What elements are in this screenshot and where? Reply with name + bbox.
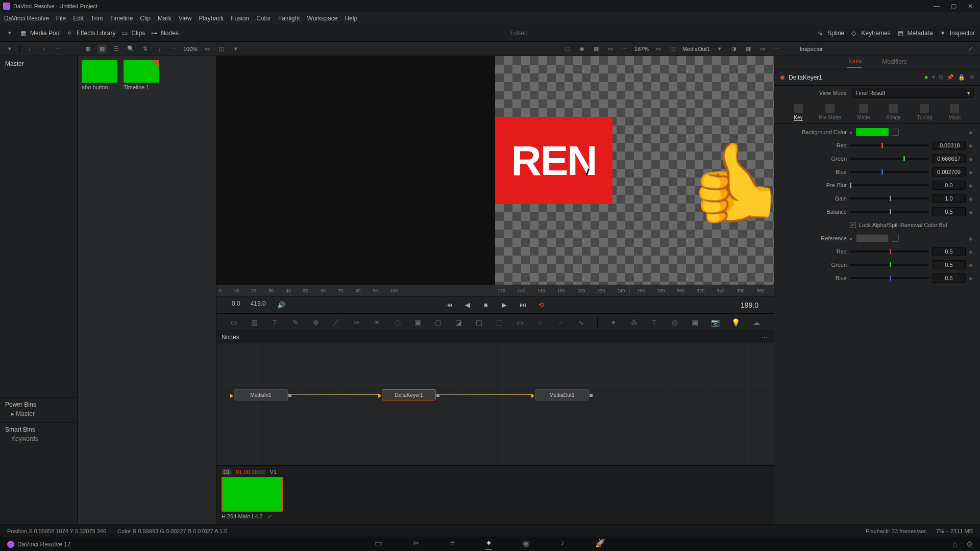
expand-icon[interactable]: ▸ <box>850 129 853 136</box>
tool-particles-icon[interactable]: ✦ <box>609 318 618 327</box>
zoom-left[interactable]: 100% <box>183 46 198 52</box>
master-bin[interactable]: Master <box>0 56 77 71</box>
view-list-icon[interactable]: ☰ <box>112 44 121 54</box>
smart-bin-keywords[interactable]: Keywords <box>5 433 72 444</box>
chevron-down-icon[interactable]: ▾ <box>231 44 240 54</box>
value-green[interactable]: 0.666617 <box>932 154 966 163</box>
tool-bg-icon[interactable]: ▭ <box>230 318 239 327</box>
node-chevron-icon[interactable]: ▾ <box>932 74 935 81</box>
menu-fairlight[interactable]: Fairlight <box>278 15 300 22</box>
page-color-icon[interactable]: ◉ <box>523 538 530 550</box>
node-out-port[interactable] <box>288 394 291 397</box>
tool-matte-icon[interactable]: ▢ <box>434 318 443 327</box>
menu-fusion[interactable]: Fusion <box>231 15 249 22</box>
view-thumb-icon[interactable]: ▦ <box>83 44 92 54</box>
right-viewer[interactable]: REN 👍 1201401601802002202402602803003203… <box>495 56 774 296</box>
reference-swatch[interactable] <box>856 234 889 242</box>
menu-trim[interactable]: Trim <box>91 15 103 22</box>
menu-mark[interactable]: Mark <box>158 15 172 22</box>
expand-icon[interactable]: ▸ <box>850 235 853 242</box>
tool-transform-icon[interactable]: ◫ <box>475 318 484 327</box>
keyframe-icon[interactable]: ◆ <box>969 209 974 215</box>
slider-red[interactable] <box>850 144 929 146</box>
tool-pen-icon[interactable]: ✑ <box>352 318 361 327</box>
value-ref-green[interactable]: 0.5 <box>932 260 966 269</box>
tool-blur-icon[interactable]: ◌ <box>393 318 402 327</box>
nav-fwd-icon[interactable]: › <box>39 44 48 54</box>
node-out-port[interactable] <box>590 394 593 397</box>
nodes-button[interactable]: ⊶Nodes <box>151 30 179 37</box>
viewer-grid-icon[interactable]: ▦ <box>744 44 753 54</box>
page-edit-icon[interactable]: ≡ <box>450 538 455 550</box>
menu-app[interactable]: DaVinci Resolve <box>4 15 49 22</box>
keyframe-icon[interactable]: ◆ <box>969 143 974 148</box>
view-mode-select[interactable]: Final Result▾ <box>852 88 974 98</box>
settings-icon[interactable]: ⚙ <box>966 540 973 549</box>
minimize-button[interactable]: — <box>934 3 940 10</box>
node-deltakeyer[interactable]: DeltaKeyer1 <box>382 389 436 400</box>
subtab-fringe[interactable]: Fringe <box>886 104 900 121</box>
slider-ref-green[interactable] <box>850 264 929 266</box>
menu-color[interactable]: Color <box>256 15 271 22</box>
go-end-button[interactable]: ⏭ <box>518 300 528 310</box>
layout-menu-icon[interactable]: ▾ <box>5 29 14 38</box>
value-balance[interactable]: 0.5 <box>932 207 966 216</box>
fit-icon[interactable]: ▭ <box>203 44 212 54</box>
viewer-opt4-icon[interactable]: ▭ <box>606 44 615 54</box>
viewer-opt1-icon[interactable]: ▢ <box>563 44 572 54</box>
value-blue[interactable]: 0.002709 <box>932 167 966 177</box>
tool-poly-icon[interactable]: ⟋ <box>556 318 566 327</box>
slider-balance[interactable] <box>850 211 929 213</box>
go-start-button[interactable]: ⏮ <box>444 300 454 310</box>
timeline-ruler-right[interactable]: 1201401601802002202402602803003203403603… <box>495 285 774 296</box>
lock-checkbox[interactable]: ✓ <box>850 222 856 228</box>
viewer-src-chevron-icon[interactable]: ▾ <box>715 44 724 54</box>
split-icon[interactable]: ◫ <box>217 44 226 54</box>
node-mediain[interactable]: MediaIn1 <box>234 389 288 400</box>
slider-gain[interactable] <box>850 197 929 199</box>
keyframe-icon[interactable]: ◆ <box>969 169 974 175</box>
enable-toggle-icon[interactable]: ■ <box>924 74 928 81</box>
node-graph[interactable]: MediaIn1 DeltaKeyer1 MediaOut1 <box>216 343 774 465</box>
maximize-button[interactable]: ▢ <box>951 3 957 10</box>
menu-help[interactable]: Help <box>345 15 357 22</box>
menu-edit[interactable]: Edit <box>73 15 84 22</box>
tool-render3d-icon[interactable]: ☁ <box>752 318 761 327</box>
menu-playback[interactable]: Playback <box>199 15 224 22</box>
menu-workspace[interactable]: Workspace <box>307 15 338 22</box>
inspector-button[interactable]: ✦Inspector <box>940 30 975 37</box>
clip-item[interactable]: ▭ Timeline 1 <box>124 60 159 90</box>
mute-icon[interactable]: 🔊 <box>276 300 286 310</box>
tool-image3d-icon[interactable]: ▣ <box>691 318 700 327</box>
slider-preblur[interactable] <box>850 184 929 186</box>
nav-back-icon[interactable]: ‹ <box>25 44 34 54</box>
pool-options-icon[interactable]: ▾ <box>5 44 14 54</box>
page-media-icon[interactable]: ▭ <box>375 538 382 550</box>
stop-button[interactable]: ■ <box>481 300 491 310</box>
node-mediaout[interactable]: MediaOut1 <box>535 389 589 400</box>
tool-fastnoise-icon[interactable]: ▨ <box>250 318 259 327</box>
clip-item[interactable]: ♪ abo button… <box>82 60 117 90</box>
keyframe-icon[interactable]: ◆ <box>969 196 974 202</box>
play-button[interactable]: ▶ <box>499 300 509 310</box>
subtab-prematte[interactable]: Pre Matte <box>819 104 841 121</box>
tab-tools[interactable]: Tools <box>847 58 862 68</box>
keyframe-icon[interactable]: ◆ <box>969 156 974 162</box>
viewer-roi-icon[interactable]: ◑ <box>729 44 739 54</box>
tool-tracker-icon[interactable]: ⊕ <box>311 318 321 327</box>
keyframe-icon[interactable]: ◆ <box>969 130 974 135</box>
menu-file[interactable]: File <box>56 15 66 22</box>
tool-brush-icon[interactable]: ／ <box>332 318 341 327</box>
keyframe-icon[interactable]: ◆ <box>969 276 974 281</box>
bg-color-swatch[interactable] <box>856 128 889 136</box>
page-deliver-icon[interactable]: 🚀 <box>595 538 605 550</box>
value-gain[interactable]: 1.0 <box>932 194 966 203</box>
keyframe-icon[interactable]: ◆ <box>969 183 974 188</box>
timeline-ruler[interactable]: 0102030405060708090100 <box>216 285 495 296</box>
viewer-opt2-icon[interactable]: ◉ <box>577 44 586 54</box>
menu-clip[interactable]: Clip <box>140 15 151 22</box>
value-red[interactable]: -0.00318 <box>932 141 966 150</box>
more2-icon[interactable]: ⋯ <box>169 44 178 54</box>
nodes-options-icon[interactable]: ⋯ <box>762 334 769 341</box>
media-pool-button[interactable]: ▦Media Pool <box>20 30 61 37</box>
